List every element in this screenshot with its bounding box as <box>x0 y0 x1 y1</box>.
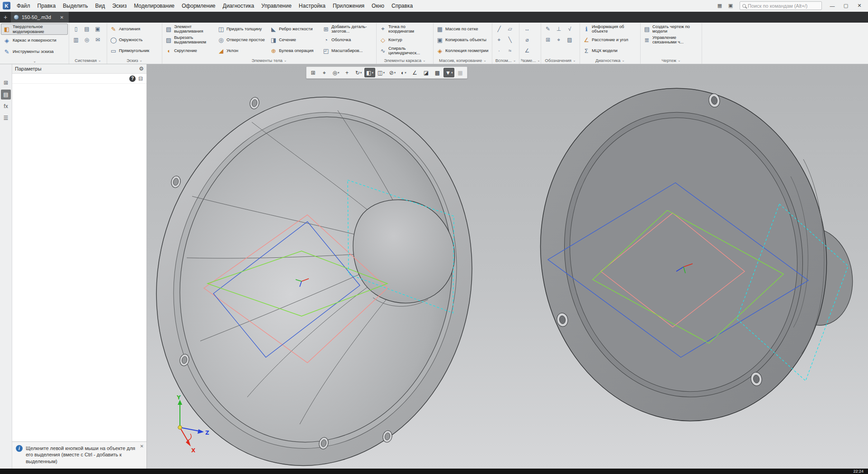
ribbon-button[interactable]: ∿ Спираль цилиндрическ... <box>378 45 432 56</box>
viewport-tool-button[interactable]: ⌖ <box>319 68 330 77</box>
menu-item[interactable]: Выделить <box>59 1 91 11</box>
help-icon[interactable]: ? <box>129 76 136 82</box>
command-search[interactable] <box>740 1 822 10</box>
search-input[interactable] <box>748 3 819 9</box>
hint-close-icon[interactable]: ✕ <box>140 444 144 449</box>
ribbon-button[interactable]: ◔ Оболочка <box>321 34 373 45</box>
ribbon-icon-button[interactable]: ∠ <box>521 45 533 56</box>
menu-item[interactable]: Моделирование <box>130 1 178 11</box>
ribbon-group-label[interactable]: Массив, копирование⌄ <box>435 57 491 64</box>
ribbon-button[interactable]: ▦ Массив по сетке <box>435 24 491 34</box>
ribbon-button[interactable]: ▭ Прямоугольник <box>108 45 160 56</box>
viewport-tool-button[interactable]: ∠ <box>410 68 420 77</box>
ribbon-button[interactable]: ✎ Автолиния <box>108 24 160 34</box>
ribbon-icon-button[interactable]: ▨ <box>564 34 575 45</box>
ribbon-button[interactable]: ℹ Информация об объекте <box>581 24 639 34</box>
ribbon-button[interactable]: ▧ Элемент выдавливания <box>164 24 216 34</box>
ribbon-button[interactable]: ◢ Уклон <box>216 45 269 56</box>
menu-item[interactable]: Эскиз <box>108 1 130 11</box>
ribbon-icon-button[interactable]: ⌖ <box>553 34 564 45</box>
ribbon-group-label[interactable]: Системная⌄ <box>71 57 105 64</box>
new-tab-button[interactable]: + <box>0 12 11 23</box>
ribbon-icon-button[interactable]: ▤ <box>81 24 92 34</box>
viewport-tool-button[interactable]: ◧ ▾ <box>364 68 375 77</box>
ribbon-button[interactable]: ∠ Расстояние и угол <box>581 34 639 45</box>
ribbon-button[interactable]: ◨ Сечение <box>269 34 321 45</box>
menu-item[interactable]: Оформление <box>178 1 219 11</box>
document-tab[interactable]: 150-50_.m3d ✕ <box>11 12 69 23</box>
viewport-tool-button[interactable]: ⊘ ▾ <box>387 68 398 77</box>
panel-toggle-icon[interactable]: ⊞ <box>1 78 11 88</box>
menu-item[interactable]: Файл <box>13 1 34 11</box>
ribbon-icon-button[interactable]: ╱ <box>494 24 505 34</box>
viewport-tool-button[interactable]: + <box>342 68 353 77</box>
ribbon-icon-button[interactable]: ⊥ <box>553 24 564 34</box>
ribbon-group-label[interactable]: Диагностика⌄ <box>581 57 639 64</box>
model-cone-front-view[interactable] <box>147 67 506 469</box>
ribbon-button[interactable]: ◫ Придать толщину <box>216 24 269 34</box>
ribbon-icon-button[interactable]: ╲ <box>505 34 515 45</box>
tab-close-icon[interactable]: ✕ <box>59 14 65 21</box>
close-button[interactable]: ✕ <box>853 1 866 11</box>
ribbon-group-label[interactable]: Эскиз⌄ <box>108 57 160 64</box>
ribbon-group-label[interactable]: Чертеж⌄ <box>642 57 700 64</box>
ribbon-icon-button[interactable]: ▥ <box>71 34 81 45</box>
panel-toggle-icon[interactable]: ▤ <box>1 90 11 100</box>
viewport-tool-button[interactable]: ▩ <box>432 68 443 77</box>
ribbon-button[interactable]: ⌖ Точка по координатам <box>378 24 432 34</box>
ribbon-mode-button[interactable]: ◈ Каркас и поверхности <box>1 35 68 46</box>
minimize-button[interactable]: — <box>826 1 839 11</box>
app-logo-icon[interactable]: K <box>3 2 10 9</box>
ribbon-group-label[interactable]: Вспом...⌄ <box>494 57 518 64</box>
mode-group-chevron[interactable]: ⌄ <box>0 59 69 63</box>
ribbon-icon-button[interactable]: ⌖ <box>494 34 505 45</box>
ribbon-icon-button[interactable]: ▱ <box>505 24 515 34</box>
viewport-tool-button[interactable]: ◪ <box>421 68 432 77</box>
header-tool-icon[interactable]: ▣ <box>726 2 736 10</box>
viewport-tool-button[interactable]: ◐ ▾ <box>398 68 409 77</box>
gear-icon[interactable]: ⚙ <box>139 66 144 72</box>
3d-viewport[interactable]: Y Z X ⊞ ⌖ ◎ <box>147 64 868 469</box>
ribbon-icon-button[interactable]: ✎ <box>542 24 553 34</box>
menu-item[interactable]: Диагностика <box>219 1 258 11</box>
ribbon-group-label[interactable]: Элементы тела⌄ <box>164 57 375 64</box>
menu-item[interactable]: Окно <box>368 1 388 11</box>
ribbon-button[interactable]: ▨ Вырезать выдавливанием <box>164 34 216 45</box>
viewport-tool-button[interactable]: ↻ ▾ <box>353 68 364 77</box>
ribbon-icon-button[interactable]: ↔ <box>521 24 533 34</box>
panel-toggle-icon[interactable]: fx <box>1 101 11 111</box>
viewport-tool-button[interactable]: ◎ ▾ <box>330 68 341 77</box>
model-cone-back-view[interactable] <box>517 67 859 441</box>
ribbon-button[interactable]: ▤ Создать чертеж по модели <box>642 24 700 34</box>
ribbon-button[interactable]: ⊞ Добавить деталь-заготов... <box>321 24 373 34</box>
ribbon-group-label[interactable]: Элементы каркаса⌄ <box>378 57 432 64</box>
tree-toggle-icon[interactable]: ⊟ <box>138 76 143 82</box>
viewport-tool-button[interactable]: ▼ ▾ <box>443 68 454 77</box>
ribbon-button[interactable]: Σ МЦХ модели <box>581 45 639 56</box>
ribbon-button[interactable]: ▣ Копировать объекты <box>435 34 491 45</box>
ribbon-button[interactable]: ◖ Скругление <box>164 45 216 56</box>
menu-item[interactable]: Правка <box>34 1 60 11</box>
ribbon-icon-button[interactable]: ▯ <box>71 24 81 34</box>
ribbon-group-label[interactable]: Обозначения⌄ <box>542 57 578 64</box>
menu-item[interactable]: Настройка <box>295 1 329 11</box>
ribbon-group-label[interactable]: Разме...⌄ <box>521 57 539 64</box>
ribbon-icon-button[interactable]: ≈ <box>505 45 515 56</box>
menu-item[interactable]: Приложения <box>329 1 368 11</box>
ribbon-button[interactable]: ◯ Окружность <box>108 34 160 45</box>
maximize-button[interactable]: ▢ <box>839 1 853 11</box>
ribbon-button[interactable]: ◰ Масштабиров... <box>321 45 373 56</box>
viewport-tool-button[interactable]: ▦ <box>455 68 466 77</box>
ribbon-button[interactable]: ◣ Ребро жесткости <box>269 24 321 34</box>
panel-toggle-icon[interactable]: ☰ <box>1 113 11 123</box>
ribbon-icon-button[interactable]: √ <box>564 24 575 34</box>
ribbon-mode-button[interactable]: ◧ Твердотельное моделирование <box>1 24 68 35</box>
viewport-tool-button[interactable]: ⊞ <box>308 68 319 77</box>
ribbon-icon-button[interactable]: ⊞ <box>542 34 553 45</box>
ribbon-mode-button[interactable]: ✎ Инструменты эскиза <box>1 46 68 57</box>
ribbon-button[interactable]: ≣ Управление связанными ч... <box>642 34 700 45</box>
ribbon-icon-button[interactable]: ⌀ <box>521 34 533 45</box>
menu-item[interactable]: Управление <box>258 1 295 11</box>
3d-viewport-canvas[interactable]: Y Z X <box>147 64 868 469</box>
ribbon-button[interactable]: ◎ Отверстие простое <box>216 34 269 45</box>
